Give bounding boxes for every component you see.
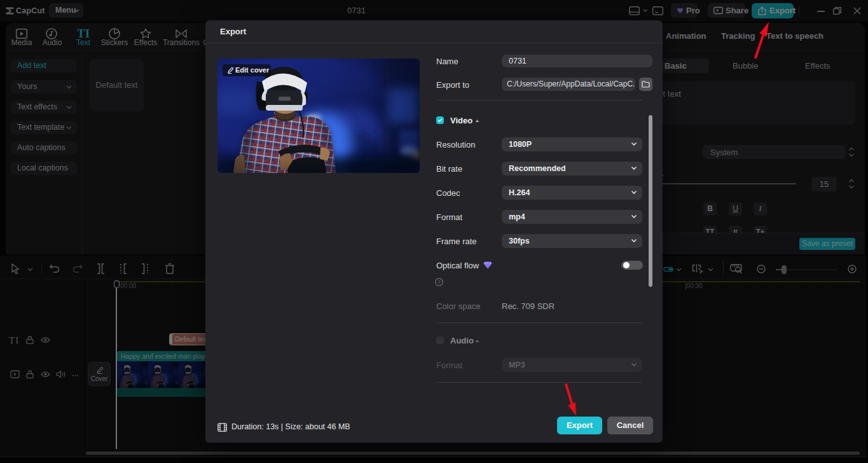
- svg-text:?: ?: [437, 279, 441, 285]
